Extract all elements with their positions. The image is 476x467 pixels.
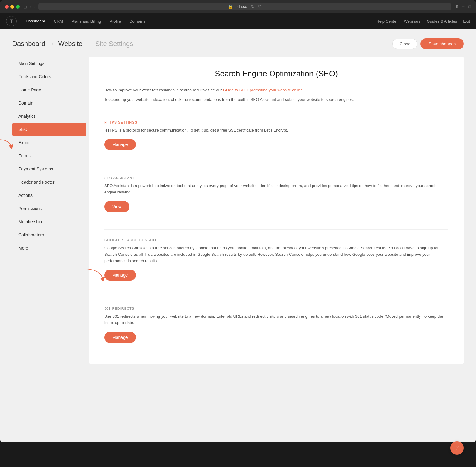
sidebar-item-header-footer[interactable]: Header and Footer [12, 176, 86, 189]
nav-items: Dashboard CRM Plans and Billing Profile … [21, 13, 376, 29]
page-title: Search Engine Optimization (SEO) [104, 69, 448, 78]
https-manage-button[interactable]: Manage [104, 139, 136, 150]
tabs-icon[interactable]: ⧉ [468, 4, 471, 10]
sidebar-item-domain[interactable]: Domain [12, 97, 86, 109]
main-layout: Main Settings Fonts and Colors Home Page… [12, 57, 464, 364]
google-search-label: GOOGLE SEARCH CONSOLE [104, 238, 448, 242]
redirects-desc: Use 301 redirects when moving your websi… [104, 313, 448, 326]
sidebar-item-home-page[interactable]: Home Page [12, 83, 86, 96]
nav-webinars[interactable]: Webinars [404, 19, 421, 24]
browser-action-buttons: ⬆ + ⧉ [455, 4, 471, 10]
traffic-lights [5, 5, 20, 9]
url-text: tilda.cc [235, 4, 247, 9]
nav-item-dashboard[interactable]: Dashboard [21, 13, 50, 29]
seo-guide-link[interactable]: Guide to SEO: promoting your website onl… [223, 88, 304, 92]
page-content: Dashboard → Website → Site Settings Clos… [0, 29, 476, 373]
logo[interactable]: ⊤ [6, 16, 17, 26]
breadcrumb-actions: Close Save changes [392, 38, 464, 49]
close-button[interactable]: Close [392, 39, 417, 49]
address-bar[interactable]: 🔒 tilda.cc ↻ 🛡 [38, 3, 451, 10]
browser-nav-controls: ⊞ ‹ › [23, 4, 35, 9]
section-divider-4 [104, 298, 448, 298]
nav-exit[interactable]: Exit [463, 19, 470, 24]
shield-icon: 🛡 [258, 4, 262, 9]
nav-help-center[interactable]: Help Center [376, 19, 397, 24]
breadcrumb: Dashboard → Website → Site Settings Clos… [12, 38, 464, 49]
sidebar-item-forms[interactable]: Forms [12, 149, 86, 162]
sidebar-item-membership[interactable]: Membership [12, 215, 86, 228]
close-traffic-light[interactable] [5, 5, 9, 9]
nav-right: Help Center Webinars Guides & Articles E… [376, 19, 470, 24]
nav-item-crm[interactable]: CRM [50, 13, 67, 29]
breadcrumb-arrow-2: → [86, 40, 92, 48]
window-toggle-icon[interactable]: ⊞ [23, 4, 27, 9]
back-icon[interactable]: ‹ [29, 4, 31, 9]
seo-assistant-section: SEO ASSISTANT SEO Assistant is a powerfu… [104, 176, 448, 221]
redirects-section: 301 REDIRECTS Use 301 redirects when mov… [104, 307, 448, 351]
maximize-traffic-light[interactable] [16, 5, 20, 9]
section-divider-1 [104, 112, 448, 112]
nav-item-domains[interactable]: Domains [125, 13, 149, 29]
lock-icon: 🔒 [228, 4, 233, 9]
sidebar-item-fonts-colors[interactable]: Fonts and Colors [12, 70, 86, 83]
google-manage-arrow [83, 266, 107, 284]
breadcrumb-arrow-1: → [48, 40, 55, 48]
content-area: Search Engine Optimization (SEO) How to … [89, 57, 464, 364]
google-search-desc: Google Search Console is a free service … [104, 245, 448, 264]
sidebar: Main Settings Fonts and Colors Home Page… [12, 57, 86, 364]
section-divider-3 [104, 229, 448, 230]
nav-item-profile[interactable]: Profile [105, 13, 125, 29]
breadcrumb-website[interactable]: Website [58, 40, 83, 48]
section-divider-2 [104, 167, 448, 167]
https-label: HTTPS SETTINGS [104, 121, 448, 124]
share-icon[interactable]: ⬆ [455, 4, 459, 10]
sidebar-item-collaborators[interactable]: Collaborators [12, 228, 86, 241]
nav-item-billing[interactable]: Plans and Billing [67, 13, 105, 29]
sidebar-item-payment[interactable]: Payment Systems [12, 163, 86, 175]
google-manage-button[interactable]: Manage [104, 270, 136, 281]
sidebar-item-seo[interactable]: SEO [12, 123, 86, 136]
seo-view-button[interactable]: View [104, 201, 129, 212]
intro-text: How to improve your website's rankings i… [104, 87, 448, 94]
intro-text-2: To speed up your website indexation, che… [104, 97, 448, 103]
forward-icon[interactable]: › [33, 4, 35, 9]
refresh-icon[interactable]: ↻ [251, 4, 255, 9]
redirects-manage-button[interactable]: Manage [104, 332, 136, 343]
https-settings-section: HTTPS SETTINGS HTTPS is a protocol for s… [104, 121, 448, 159]
save-button[interactable]: Save changes [420, 38, 464, 49]
top-nav: ⊤ Dashboard CRM Plans and Billing Profil… [0, 13, 476, 29]
sidebar-item-more[interactable]: More [12, 242, 86, 255]
app-wrapper: ⊤ Dashboard CRM Plans and Billing Profil… [0, 13, 476, 442]
sidebar-item-actions[interactable]: Actions [12, 189, 86, 202]
sidebar-item-analytics[interactable]: Analytics [12, 110, 86, 123]
nav-guides[interactable]: Guides & Articles [427, 19, 457, 24]
sidebar-item-permissions[interactable]: Permissions [12, 202, 86, 215]
sidebar-item-export[interactable]: Export [12, 136, 86, 149]
seo-assistant-label: SEO ASSISTANT [104, 176, 448, 180]
breadcrumb-site-settings: Site Settings [95, 40, 133, 48]
breadcrumb-dashboard[interactable]: Dashboard [12, 40, 45, 48]
minimize-traffic-light[interactable] [10, 5, 14, 9]
browser-chrome: ⊞ ‹ › 🔒 tilda.cc ↻ 🛡 ⬆ + ⧉ [0, 0, 476, 13]
redirects-label: 301 REDIRECTS [104, 307, 448, 310]
new-tab-icon[interactable]: + [462, 4, 465, 10]
https-desc: HTTPS is a protocol for secure communica… [104, 127, 448, 134]
sidebar-item-main-settings[interactable]: Main Settings [12, 57, 86, 70]
seo-assistant-desc: SEO Assistant is a powerful optimization… [104, 183, 448, 196]
google-search-section: GOOGLE SEARCH CONSOLE Google Search Cons… [104, 238, 448, 289]
